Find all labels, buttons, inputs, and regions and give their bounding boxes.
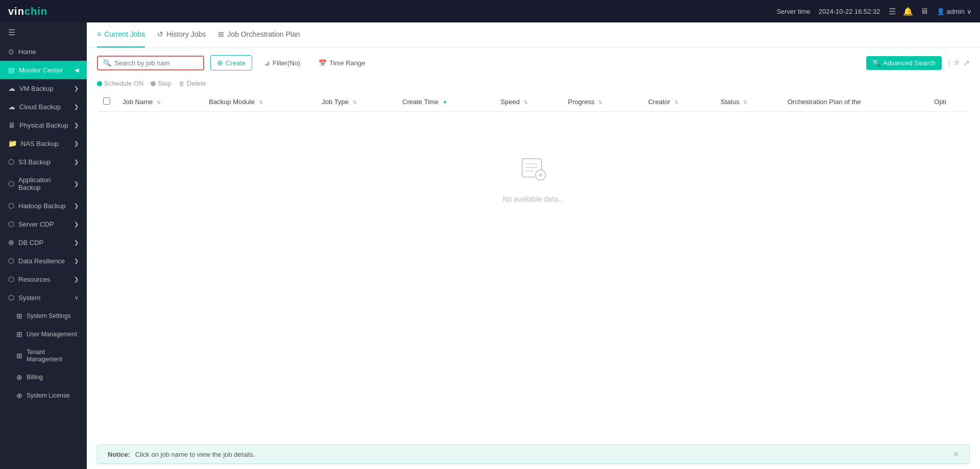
resources-chevron: ❯ [74, 276, 79, 283]
list-view-icon[interactable]: ≡ [954, 58, 959, 67]
notifications-icon[interactable]: 🔔 [903, 7, 913, 16]
col-job-type[interactable]: Job Type ⇅ [316, 92, 397, 112]
select-all-checkbox[interactable] [103, 97, 110, 105]
notice-close-button[interactable]: ✕ [953, 450, 959, 458]
sidebar-item-server-cdp[interactable]: ⬡ Server CDP ❯ [0, 215, 87, 233]
sidebar-label-vm-backup: VM Backup [19, 85, 53, 92]
tabs-bar: ≡ Current Jobs ↺ History Jobs ⊞ Job Orch… [87, 22, 980, 48]
monitor-center-chevron: ◀ [75, 67, 79, 73]
col-speed-sort[interactable]: ⇅ [524, 100, 528, 105]
view-icons: ⁝ ≡ ↗ [948, 58, 970, 68]
col-backup-module[interactable]: Backup Module ⇅ [203, 92, 315, 112]
tab-label-history-jobs: History Jobs [166, 30, 206, 38]
table-header-row: Job Name ⇅ Backup Module ⇅ Job Type ⇅ [97, 92, 970, 112]
tab-job-orchestration-plan[interactable]: ⊞ Job Orchestration Plan [218, 22, 300, 47]
advanced-search-icon: 🔍 [872, 59, 880, 67]
tab-history-jobs[interactable]: ↺ History Jobs [157, 22, 206, 47]
search-icon: 🔍 [103, 59, 111, 67]
tab-current-jobs[interactable]: ≡ Current Jobs [97, 22, 145, 47]
col-progress-label: Progress [568, 98, 595, 106]
col-create-time-label: Create Time [402, 98, 438, 106]
tab-label-current-jobs: Current Jobs [104, 30, 145, 38]
col-status-sort[interactable]: ⇅ [743, 100, 747, 105]
top-header: vinchin Server time 2024-10-22 16:52:32 … [0, 0, 980, 22]
col-creator-label: Creator [648, 98, 670, 106]
columns-icon[interactable]: ⁝ [948, 58, 950, 68]
current-jobs-icon: ≡ [97, 30, 101, 38]
resources-icon: ⬡ [8, 275, 14, 283]
data-table: Job Name ⇅ Backup Module ⇅ Job Type ⇅ [97, 92, 970, 112]
col-speed-label: Speed [501, 98, 520, 106]
time-range-button[interactable]: 📅 Time Range [312, 56, 371, 70]
sidebar-item-vm-backup[interactable]: ☁ VM Backup ❯ [0, 79, 87, 97]
sidebar-item-resources[interactable]: ⬡ Resources ❯ [0, 270, 87, 288]
create-button[interactable]: ⊕ Create [210, 55, 252, 70]
col-backup-module-sort[interactable]: ⇅ [259, 100, 263, 105]
sidebar-item-application-backup[interactable]: ⬡ Application Backup ❯ [0, 171, 87, 196]
col-create-time-sort[interactable]: ▼ [443, 100, 448, 105]
delete-button[interactable]: 🗑 Delete [179, 80, 206, 87]
sidebar-label-application-backup: Application Backup [18, 176, 70, 191]
sidebar-label-home: Home [18, 48, 36, 56]
stop-button[interactable]: Stop [151, 80, 172, 87]
server-time-value: 2024-10-22 16:52:32 [819, 8, 880, 15]
sidebar-item-monitor-center[interactable]: ▤ Monitor Center ◀ [0, 61, 87, 79]
schedule-on-label: Schedule ON [104, 80, 143, 87]
time-range-label: Time Range [329, 59, 365, 67]
col-creator-sort[interactable]: ⇅ [674, 100, 678, 105]
sidebar-item-system-license[interactable]: ⊕ System License [0, 386, 87, 405]
sidebar-label-monitor-center: Monitor Center [19, 66, 63, 74]
export-icon[interactable]: ↗ [963, 58, 970, 68]
col-job-name[interactable]: Job Name ⇅ [116, 92, 203, 112]
sidebar-item-billing[interactable]: ⊕ Billing [0, 368, 87, 386]
search-input[interactable] [114, 59, 198, 67]
logo: vinchin [8, 6, 47, 17]
sidebar-toggle[interactable]: ☰ [0, 22, 87, 42]
sidebar-item-hadoop-backup[interactable]: ⬡ Hadoop Backup ❯ [0, 196, 87, 215]
cloud-backup-chevron: ❯ [74, 104, 79, 110]
physical-backup-chevron: ❯ [74, 122, 79, 129]
system-settings-icon: ⊞ [16, 312, 22, 320]
home-icon: ⊙ [8, 47, 14, 56]
col-job-name-label: Job Name [122, 98, 153, 106]
sidebar-item-home[interactable]: ⊙ Home [0, 42, 87, 61]
col-create-time[interactable]: Create Time ▼ [396, 92, 494, 112]
main-layout: ☰ ⊙ Home ▤ Monitor Center ◀ ☁ VM Backup … [0, 22, 980, 469]
s3-backup-chevron: ❯ [74, 159, 79, 165]
messages-icon[interactable]: ☰ [889, 7, 896, 16]
sidebar-item-s3-backup[interactable]: ⬡ S3 Backup ❯ [0, 153, 87, 171]
notice-content: Notice: Click on job name to view the jo… [108, 451, 255, 458]
col-job-type-sort[interactable]: ⇅ [353, 100, 357, 105]
sidebar-item-cloud-backup[interactable]: ☁ Cloud Backup ❯ [0, 97, 87, 116]
col-status[interactable]: Status ⇅ [715, 92, 781, 112]
toolbar: 🔍 ⊕ Create ⊿ Filter(No) 📅 Time Range 🔍 A… [87, 48, 980, 78]
col-progress-sort[interactable]: ⇅ [598, 100, 602, 105]
schedule-on-button[interactable]: Schedule ON [97, 80, 143, 87]
col-progress[interactable]: Progress ⇅ [562, 92, 642, 112]
sidebar-item-system[interactable]: ⬡ System ∨ [0, 288, 87, 307]
sidebar-item-data-resilience[interactable]: ⬡ Data Resilience ❯ [0, 252, 87, 270]
action-bar: Schedule ON Stop 🗑 Delete [87, 78, 980, 92]
empty-text: No available data... [503, 195, 564, 203]
empty-state: No available data... [97, 112, 970, 244]
advanced-search-button[interactable]: 🔍 Advanced Search [866, 56, 942, 70]
filter-icon: ⊿ [264, 59, 270, 67]
monitor-icon[interactable]: 🖥 [920, 7, 928, 16]
col-job-name-sort[interactable]: ⇅ [157, 100, 161, 105]
sidebar-item-db-cdp[interactable]: ⊕ DB CDP ❯ [0, 233, 87, 252]
sidebar-label-db-cdp: DB CDP [18, 239, 43, 246]
sidebar-item-tenant-management[interactable]: ⊞ Tenant Management [0, 343, 87, 368]
col-speed[interactable]: Speed ⇅ [495, 92, 562, 112]
sidebar-item-system-settings[interactable]: ⊞ System Settings [0, 307, 87, 325]
empty-icon [518, 153, 549, 189]
sidebar-item-user-management[interactable]: ⊞ User Management [0, 325, 87, 343]
col-orchestration-label: Orchestration Plan of the [788, 98, 861, 106]
user-info[interactable]: 👤 admin ∨ [937, 8, 972, 15]
advanced-search-label: Advanced Search [883, 59, 936, 67]
filter-button[interactable]: ⊿ Filter(No) [258, 56, 306, 70]
vm-backup-icon: ☁ [8, 84, 15, 92]
search-box[interactable]: 🔍 [97, 56, 204, 70]
col-creator[interactable]: Creator ⇅ [642, 92, 715, 112]
sidebar-item-nas-backup[interactable]: 📁 NAS Backup ❯ [0, 134, 87, 153]
sidebar-item-physical-backup[interactable]: 🖥 Physical Backup ❯ [0, 116, 87, 134]
